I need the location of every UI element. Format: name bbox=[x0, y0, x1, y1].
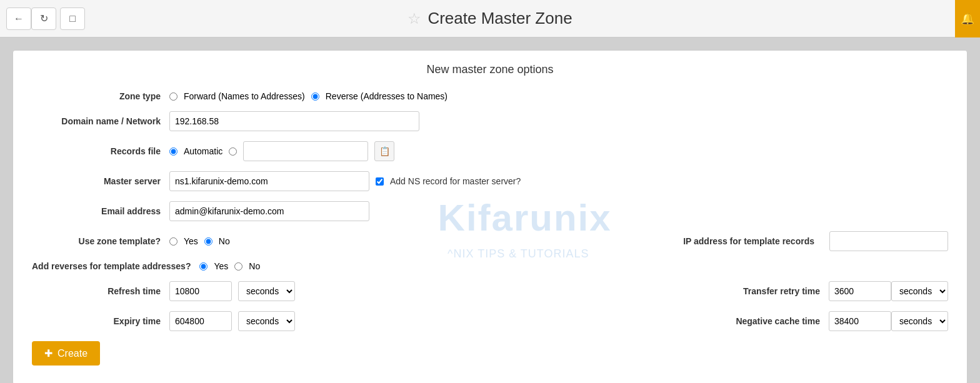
use-template-no-label[interactable]: No bbox=[219, 236, 230, 246]
add-reverses-yes-label[interactable]: Yes bbox=[214, 261, 228, 271]
negative-cache-area: Negative cache time seconds minutes hour… bbox=[490, 311, 948, 331]
expiry-time-control: seconds minutes hours days bbox=[169, 311, 490, 331]
master-server-input[interactable] bbox=[169, 171, 369, 191]
create-label: Create bbox=[58, 348, 88, 359]
add-reverses-no-radio[interactable] bbox=[234, 262, 242, 271]
back-button[interactable]: ← bbox=[6, 7, 31, 30]
master-server-row: Master server Add NS record for master s… bbox=[32, 171, 948, 191]
records-file-input[interactable] bbox=[243, 141, 368, 161]
ip-template-input[interactable] bbox=[829, 231, 948, 251]
zone-type-forward-label[interactable]: Forward (Names to Addresses) bbox=[184, 91, 305, 101]
negative-cache-unit-select[interactable]: seconds minutes hours days bbox=[891, 311, 948, 331]
template-right: IP address for template records bbox=[490, 231, 948, 251]
add-reverses-yes-radio[interactable] bbox=[199, 262, 208, 271]
zone-type-row: Zone type Forward (Names to Addresses) R… bbox=[32, 91, 948, 101]
form-card: New master zone options Zone type Forwar… bbox=[12, 50, 968, 383]
zone-type-reverse-label[interactable]: Reverse (Addresses to Names) bbox=[326, 91, 448, 101]
refresh-time-input[interactable] bbox=[169, 281, 232, 301]
use-template-yes-radio[interactable] bbox=[169, 237, 178, 246]
top-right-buttons: ↻ □ bbox=[31, 7, 85, 30]
ip-template-label: IP address for template records bbox=[683, 236, 823, 246]
use-template-control: Yes No bbox=[169, 236, 490, 246]
expiry-time-label: Expiry time bbox=[32, 316, 169, 326]
use-template-label: Use zone template? bbox=[32, 236, 169, 246]
use-template-no-radio[interactable] bbox=[204, 237, 212, 246]
refresh-button[interactable]: ↻ bbox=[31, 7, 56, 30]
domain-row: Domain name / Network bbox=[32, 111, 948, 131]
zone-type-control: Forward (Names to Addresses) Reverse (Ad… bbox=[169, 91, 948, 101]
refresh-time-control: seconds minutes hours days bbox=[169, 281, 490, 301]
master-server-label: Master server bbox=[32, 176, 169, 186]
master-server-control: Add NS record for master server? bbox=[169, 171, 948, 191]
add-reverses-label: Add reverses for template addresses? bbox=[32, 261, 199, 271]
records-file-row: Records file Automatic 📋 bbox=[32, 141, 948, 161]
expiry-time-input[interactable] bbox=[169, 311, 232, 331]
transfer-retry-area: Transfer retry time seconds minutes hour… bbox=[490, 281, 948, 301]
card-title: New master zone options bbox=[32, 63, 948, 76]
zone-type-forward-radio[interactable] bbox=[169, 92, 178, 101]
add-reverses-row: Add reverses for template addresses? Yes… bbox=[32, 261, 948, 271]
refresh-time-unit-select[interactable]: seconds minutes hours days bbox=[238, 281, 295, 301]
top-bar: ← ☆ Create Master Zone ↻ □ 🔔 bbox=[0, 0, 980, 37]
use-template-yes-label[interactable]: Yes bbox=[184, 236, 198, 246]
copy-button[interactable]: 📋 bbox=[374, 141, 394, 161]
add-ns-label: Add NS record for master server? bbox=[390, 176, 521, 186]
page-title-area: ☆ Create Master Zone bbox=[408, 9, 572, 28]
main-content: Kifarunix ^NIX TIPS & TUTORIALS New mast… bbox=[0, 37, 980, 383]
expiry-cache-row: Expiry time seconds minutes hours days N… bbox=[32, 311, 948, 331]
notification-icon: 🔔 bbox=[961, 12, 974, 26]
template-row: Use zone template? Yes No IP address for… bbox=[32, 231, 948, 251]
records-file-label: Records file bbox=[32, 146, 169, 156]
add-reverses-no-label[interactable]: No bbox=[249, 261, 260, 271]
negative-cache-input[interactable] bbox=[829, 311, 891, 331]
add-ns-checkbox[interactable] bbox=[376, 177, 384, 186]
records-file-control: Automatic 📋 bbox=[169, 141, 948, 161]
zone-type-label: Zone type bbox=[32, 91, 169, 101]
expiry-time-area: Expiry time seconds minutes hours days bbox=[32, 311, 490, 331]
email-row: Email address bbox=[32, 201, 948, 221]
refresh-time-label: Refresh time bbox=[32, 286, 169, 296]
domain-input[interactable] bbox=[169, 111, 419, 131]
expiry-time-unit-select[interactable]: seconds minutes hours days bbox=[238, 311, 295, 331]
refresh-time-area: Refresh time seconds minutes hours days bbox=[32, 281, 490, 301]
page-title: Create Master Zone bbox=[428, 9, 572, 28]
domain-control bbox=[169, 111, 948, 131]
email-control bbox=[169, 201, 948, 221]
add-reverses-control: Yes No bbox=[199, 261, 948, 271]
email-input[interactable] bbox=[169, 201, 369, 221]
transfer-retry-label: Transfer retry time bbox=[743, 286, 829, 296]
domain-label: Domain name / Network bbox=[32, 116, 169, 126]
zone-type-reverse-radio[interactable] bbox=[311, 92, 319, 101]
create-icon: ✚ bbox=[44, 347, 52, 359]
records-automatic-label[interactable]: Automatic bbox=[184, 146, 222, 156]
email-label: Email address bbox=[32, 206, 169, 216]
notification-button[interactable]: 🔔 bbox=[955, 0, 980, 37]
refresh-retry-row: Refresh time seconds minutes hours days … bbox=[32, 281, 948, 301]
top-bar-left: ← bbox=[6, 7, 31, 30]
stop-button[interactable]: □ bbox=[60, 7, 85, 30]
star-icon[interactable]: ☆ bbox=[408, 10, 421, 27]
create-button[interactable]: ✚ Create bbox=[32, 341, 100, 366]
template-left: Use zone template? Yes No bbox=[32, 236, 490, 246]
transfer-retry-input[interactable] bbox=[829, 281, 891, 301]
records-automatic-radio[interactable] bbox=[169, 147, 178, 156]
negative-cache-label: Negative cache time bbox=[736, 316, 829, 326]
transfer-retry-unit-select[interactable]: seconds minutes hours days bbox=[891, 281, 948, 301]
records-custom-radio[interactable] bbox=[229, 147, 237, 156]
